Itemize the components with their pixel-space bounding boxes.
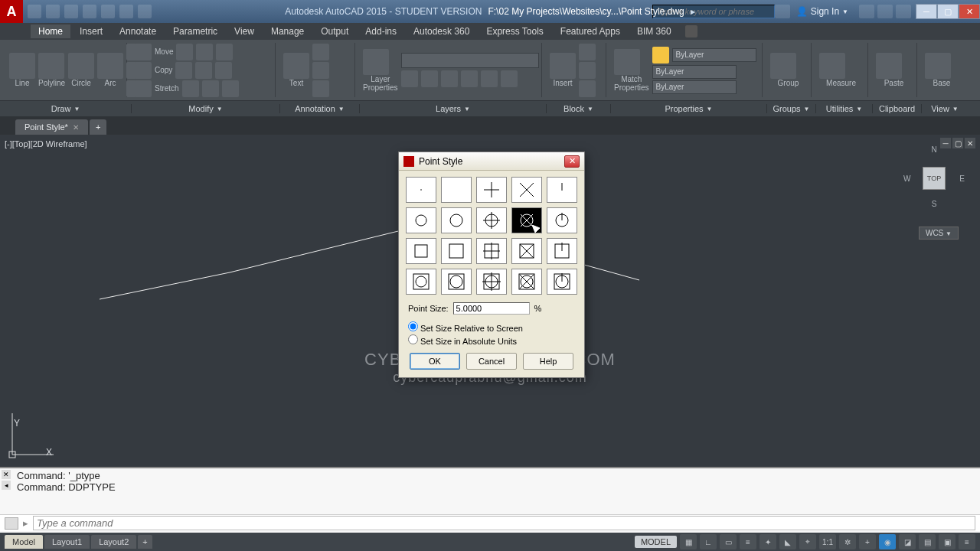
polyline-button[interactable] [38,53,64,79]
tab-focus-icon[interactable] [685,25,697,37]
pstyle-19[interactable] [547,269,577,295]
title-arrow-icon[interactable]: ▸ [691,6,695,17]
globe-icon[interactable]: ◉ [879,534,896,549]
pstyle-8[interactable] [511,207,542,233]
grid-toggle-icon[interactable]: ▦ [680,534,697,549]
panel-label-properties[interactable]: Properties▼ [611,104,767,113]
doc-tab-new[interactable]: + [90,119,106,135]
viewcube-top[interactable]: TOP [923,167,946,190]
help-icon[interactable] [896,5,911,18]
trim-button[interactable] [196,44,213,60]
panel-label-utilities[interactable]: Utilities▼ [816,104,873,113]
layer-f[interactable] [501,70,518,87]
tab-featured[interactable]: Featured Apps [553,24,628,38]
doc-tab-active[interactable]: Point Style*✕ [15,119,88,135]
gear-icon[interactable]: ✲ [839,534,856,549]
pstyle-14[interactable] [547,238,577,264]
paste-button[interactable] [876,53,902,79]
copy-button[interactable] [135,62,152,79]
layer-dropdown[interactable] [401,53,539,68]
polar-toggle-icon[interactable]: ≡ [740,534,756,549]
panel-label-modify[interactable]: Modify▼ [132,104,280,113]
text-button[interactable] [283,53,309,79]
measure-button[interactable] [819,53,845,79]
mod-c[interactable] [222,80,239,97]
viewcube-n[interactable]: N [931,145,936,154]
viewcube-e[interactable]: E [959,174,965,183]
point-size-input[interactable] [453,302,530,315]
layer-e[interactable] [481,70,498,87]
layer-a[interactable] [401,70,418,87]
dyn-input-icon[interactable]: ⌖ [799,534,816,549]
group-button[interactable] [770,53,796,79]
panel-label-draw[interactable]: Draw▼ [0,104,132,113]
viewcube-s[interactable]: S [932,200,937,208]
doc-tab-close-icon[interactable]: ✕ [73,123,79,132]
minimize-button[interactable]: ─ [916,4,937,19]
arc-button[interactable] [97,53,123,79]
tab-insert[interactable]: Insert [72,24,110,38]
plot-icon[interactable] [101,5,115,18]
tab-addins[interactable]: Add-ins [358,24,404,38]
panel-label-clipboard[interactable]: Clipboard [873,104,922,113]
cmd-prompt-icon[interactable] [5,517,18,530]
radio-relative-input[interactable] [408,321,418,331]
customize-icon[interactable]: ≡ [959,534,975,549]
layout-tab-1[interactable]: Layout1 [44,535,90,549]
stretch-button[interactable] [135,80,152,97]
viewcube-w[interactable]: W [903,174,910,183]
plus-icon[interactable]: + [859,534,876,549]
tab-a360[interactable]: Autodesk 360 [406,24,477,38]
layer-properties-button[interactable] [363,49,389,75]
match-properties-button[interactable] [614,49,640,75]
saveas-icon[interactable] [83,5,96,18]
pstyle-11[interactable] [441,238,472,264]
cancel-button[interactable]: Cancel [466,353,517,370]
panel-label-groups[interactable]: Groups▼ [767,104,816,113]
otrack-toggle-icon[interactable]: ◣ [779,534,796,549]
lineweight-dropdown[interactable]: ByLayer [652,65,737,79]
pstyle-5[interactable] [406,207,436,233]
panel-label-annotation[interactable]: Annotation▼ [280,104,360,113]
mod-b[interactable] [215,62,232,79]
maximize-button[interactable]: ▢ [937,4,959,19]
save-icon[interactable] [64,5,78,18]
ok-button[interactable]: OK [410,353,460,370]
layer-b[interactable] [421,70,438,87]
pstyle-7[interactable] [476,207,507,233]
wcs-dropdown[interactable]: WCS ▼ [919,227,959,240]
pstyle-1[interactable] [441,177,472,203]
open-icon[interactable] [46,5,60,18]
radio-absolute-input[interactable] [408,334,418,344]
osnap-toggle-icon[interactable]: ✦ [760,534,776,549]
block-a[interactable] [579,44,596,60]
dialog-close-button[interactable]: ✕ [564,155,580,168]
pstyle-2[interactable] [476,177,507,203]
pstyle-17[interactable] [476,269,507,295]
cmd-pin-icon[interactable]: ◂ [2,481,11,490]
pstyle-3[interactable] [511,177,542,203]
table-button[interactable] [312,80,329,97]
layout-tab-add[interactable]: + [138,535,152,549]
color-dropdown[interactable]: ByLayer [672,48,756,62]
pstyle-18[interactable] [511,269,542,295]
isolate-icon[interactable]: ◪ [899,534,916,549]
layout-tab-2[interactable]: Layout2 [91,535,136,549]
circle-button[interactable] [68,53,94,79]
status-model[interactable]: MODEL [635,536,677,548]
pstyle-12[interactable] [476,238,507,264]
fillet-button[interactable] [195,62,212,79]
exchange-icon[interactable] [859,5,874,18]
cmd-close-icon[interactable]: ✕ [2,470,11,479]
ortho-toggle-icon[interactable]: ▭ [720,534,737,549]
line-button[interactable] [9,53,35,79]
panel-label-layers[interactable]: Layers▼ [360,104,547,113]
pstyle-15[interactable] [406,269,436,295]
tab-parametric[interactable]: Parametric [165,24,225,38]
color-swatch-icon[interactable] [652,47,669,64]
mirror-button[interactable] [175,62,192,79]
command-input[interactable] [33,516,975,530]
command-window[interactable]: ✕ ◂ Command: '_ptype Command: DDPTYPE ▸ [0,467,980,533]
leader-button[interactable] [312,62,329,79]
rotate-button[interactable] [176,44,193,60]
